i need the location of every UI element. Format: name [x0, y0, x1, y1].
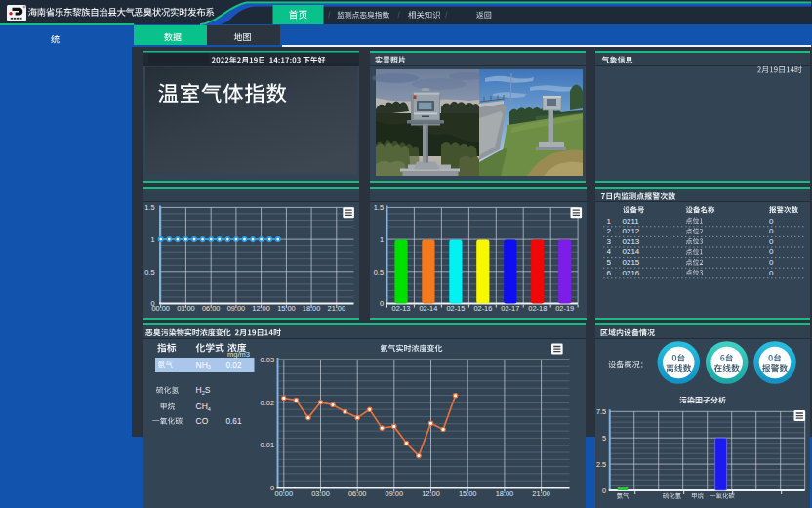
- svg-text:0.02: 0.02: [226, 361, 242, 370]
- svg-text:0216: 0216: [623, 269, 640, 277]
- svg-text:0: 0: [380, 299, 384, 308]
- svg-text:1: 1: [380, 235, 384, 244]
- svg-text:1: 1: [607, 217, 612, 226]
- svg-text:4: 4: [607, 247, 612, 256]
- svg-text:02-18: 02-18: [528, 304, 547, 313]
- svg-text:0: 0: [769, 227, 774, 235]
- svg-text:0: 0: [769, 217, 774, 226]
- svg-text:1.5: 1.5: [144, 203, 154, 212]
- svg-text:02-15: 02-15: [446, 304, 465, 313]
- svg-text:02-17: 02-17: [501, 304, 519, 313]
- svg-text:0.01: 0.01: [261, 441, 274, 449]
- svg-text:5: 5: [607, 258, 612, 267]
- svg-text:0215: 0215: [623, 258, 640, 267]
- svg-text:02-19: 02-19: [555, 304, 574, 313]
- svg-text:CH4: CH4: [196, 402, 211, 412]
- svg-text:0211: 0211: [623, 217, 640, 226]
- svg-text:H2S: H2S: [196, 385, 211, 396]
- svg-text:0.61: 0.61: [226, 417, 242, 426]
- svg-text:0: 0: [769, 258, 774, 267]
- svg-text:6: 6: [607, 269, 612, 277]
- svg-text:CO: CO: [196, 416, 209, 426]
- svg-text:0214: 0214: [623, 247, 640, 256]
- svg-text:02-14: 02-14: [419, 304, 437, 313]
- svg-text:2: 2: [607, 227, 612, 235]
- svg-text:1: 1: [150, 235, 154, 244]
- svg-text:02-13: 02-13: [392, 304, 411, 313]
- svg-text:0.5: 0.5: [144, 268, 154, 276]
- svg-text:0: 0: [769, 269, 774, 277]
- svg-text:5: 5: [602, 434, 606, 443]
- svg-text:1.5: 1.5: [374, 203, 384, 212]
- svg-text:0: 0: [270, 484, 274, 492]
- svg-text:0: 0: [769, 247, 774, 256]
- svg-text:mg/m3: mg/m3: [227, 350, 250, 359]
- svg-text:3: 3: [607, 237, 612, 246]
- svg-text:02-16: 02-16: [473, 304, 492, 313]
- svg-text:0.5: 0.5: [374, 268, 384, 276]
- svg-text:0: 0: [602, 487, 606, 495]
- svg-text:0.02: 0.02: [261, 399, 274, 407]
- svg-text:0: 0: [769, 237, 774, 246]
- svg-text:2.5: 2.5: [596, 460, 606, 469]
- svg-text:7.5: 7.5: [596, 407, 606, 416]
- svg-text:0212: 0212: [623, 227, 640, 235]
- svg-text:0.03: 0.03: [261, 356, 274, 364]
- svg-text:0213: 0213: [623, 237, 640, 246]
